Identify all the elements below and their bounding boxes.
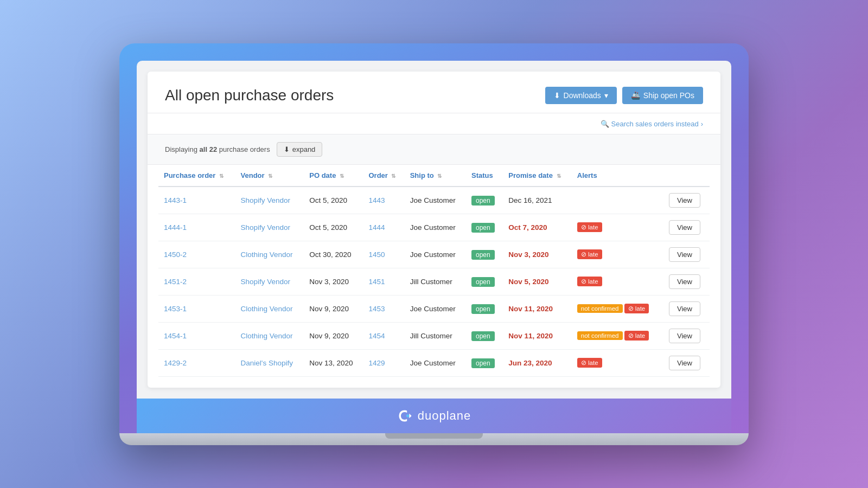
alerts-cell: ⊘ late (572, 349, 663, 376)
promise-date: Nov 11, 2020 (503, 322, 572, 349)
table-row: 1444-1Shopify VendorOct 5, 20201444Joe C… (158, 214, 710, 241)
po-date: Nov 9, 2020 (304, 295, 363, 322)
order-link[interactable]: 1429 (368, 359, 385, 367)
view-button[interactable]: View (669, 247, 700, 262)
vendor-link[interactable]: Clothing Vendor (241, 305, 293, 313)
display-info: Displaying all 22 purchase orders (165, 145, 270, 153)
alerts-cell: not confirmed⊘ late (572, 295, 663, 322)
col-promise-date: Promise date ⇅ (503, 165, 572, 187)
sort-icon: ⇅ (391, 173, 395, 179)
vendor-link[interactable]: Shopify Vendor (241, 223, 291, 232)
purchase-order-link[interactable]: 1444-1 (164, 223, 187, 232)
table-row: 1450-2Clothing VendorOct 30, 20201450Joe… (158, 241, 710, 268)
downloads-button[interactable]: ⬇ Downloads ▾ (545, 87, 617, 104)
view-button[interactable]: View (669, 193, 700, 208)
purchase-order-link[interactable]: 1453-1 (164, 305, 187, 313)
table-row: 1429-2Daniel's ShopifyNov 13, 20201429Jo… (158, 349, 710, 376)
po-date: Oct 5, 2020 (304, 187, 363, 214)
duoplane-logo-icon (397, 408, 412, 423)
status-badge: open (471, 331, 495, 341)
alert-late-badge: ⊘ late (577, 358, 602, 368)
laptop-screen: All open purchase orders ⬇ Downloads ▾ 🚢… (137, 61, 731, 433)
purchase-order-link[interactable]: 1451-2 (164, 278, 187, 286)
table-body: 1443-1Shopify VendorOct 5, 20201443Joe C… (158, 187, 710, 377)
ship-to: Jill Customer (405, 322, 466, 349)
svg-point-0 (406, 414, 410, 418)
view-button[interactable]: View (669, 356, 700, 370)
col-alerts: Alerts (572, 165, 663, 187)
table-row: 1453-1Clothing VendorNov 9, 20201453Joe … (158, 295, 710, 322)
po-date: Oct 5, 2020 (304, 214, 363, 241)
purchase-orders-table: Purchase order ⇅ Vendor ⇅ PO date ⇅ Orde… (158, 165, 710, 377)
order-link[interactable]: 1454 (368, 332, 385, 340)
status-badge: open (471, 250, 495, 260)
promise-date: Dec 16, 2021 (503, 187, 572, 214)
promise-date: Nov 3, 2020 (503, 241, 572, 268)
vendor-link[interactable]: Shopify Vendor (241, 196, 291, 204)
view-button[interactable]: View (669, 329, 700, 343)
search-link-bar: 🔍 Search sales orders instead › (148, 113, 720, 134)
purchase-order-link[interactable]: 1450-2 (164, 251, 187, 259)
sort-icon: ⇅ (268, 173, 272, 179)
alert-late-badge: ⊘ late (624, 331, 649, 341)
ship-to: Joe Customer (405, 349, 466, 376)
app-container: All open purchase orders ⬇ Downloads ▾ 🚢… (148, 72, 720, 388)
view-button[interactable]: View (669, 274, 700, 289)
table-header: Purchase order ⇅ Vendor ⇅ PO date ⇅ Orde… (158, 165, 710, 187)
status-badge: open (471, 304, 495, 314)
display-bar: Displaying all 22 purchase orders ⬇ expa… (148, 134, 720, 165)
vendor-link[interactable]: Clothing Vendor (241, 251, 293, 259)
ship-to: Joe Customer (405, 187, 466, 214)
order-link[interactable]: 1443 (368, 196, 385, 204)
alerts-cell: ⊘ late (572, 241, 663, 268)
status-badge: open (471, 358, 495, 368)
alert-late-badge: ⊘ late (624, 304, 649, 313)
expand-icon: ⬇ (284, 145, 290, 153)
view-button[interactable]: View (669, 301, 700, 316)
table-wrapper: Purchase order ⇅ Vendor ⇅ PO date ⇅ Orde… (148, 165, 720, 388)
col-purchase-order: Purchase order ⇅ (158, 165, 235, 187)
vendor-link[interactable]: Shopify Vendor (241, 278, 291, 286)
po-date: Nov 3, 2020 (304, 268, 363, 295)
purchase-order-link[interactable]: 1429-2 (164, 359, 187, 367)
sort-icon: ⇅ (557, 173, 561, 179)
vendor-link[interactable]: Daniel's Shopify (241, 359, 293, 367)
view-button[interactable]: View (669, 220, 700, 235)
ship-to: Joe Customer (405, 295, 466, 322)
table-row: 1454-1Clothing VendorNov 9, 20201454Jill… (158, 322, 710, 349)
ship-to: Jill Customer (405, 268, 466, 295)
alerts-cell: not confirmed⊘ late (572, 322, 663, 349)
purchase-order-link[interactable]: 1443-1 (164, 196, 187, 204)
status-badge: open (471, 223, 495, 233)
order-link[interactable]: 1453 (368, 305, 385, 313)
po-date: Nov 13, 2020 (304, 349, 363, 376)
alert-late-badge: ⊘ late (577, 277, 602, 286)
table-row: 1443-1Shopify VendorOct 5, 20201443Joe C… (158, 187, 710, 214)
ship-icon: 🚢 (631, 91, 640, 100)
expand-button[interactable]: ⬇ expand (277, 142, 323, 157)
chevron-down-icon: ▾ (604, 91, 608, 100)
col-status: Status (466, 165, 503, 187)
alerts-cell: ⊘ late (572, 214, 663, 241)
download-icon: ⬇ (554, 91, 560, 100)
order-link[interactable]: 1450 (368, 251, 385, 259)
col-action (663, 165, 710, 187)
laptop-frame: All open purchase orders ⬇ Downloads ▾ 🚢… (119, 43, 749, 445)
brand-name: duoplane (418, 409, 471, 423)
col-po-date: PO date ⇅ (304, 165, 363, 187)
alerts-cell: ⊘ late (572, 268, 663, 295)
col-vendor: Vendor ⇅ (235, 165, 304, 187)
table-row: 1451-2Shopify VendorNov 3, 20201451Jill … (158, 268, 710, 295)
purchase-order-link[interactable]: 1454-1 (164, 332, 187, 340)
sort-icon: ⇅ (219, 173, 224, 179)
order-link[interactable]: 1451 (368, 278, 385, 286)
vendor-link[interactable]: Clothing Vendor (241, 332, 293, 340)
alert-late-badge: ⊘ late (577, 249, 602, 259)
ship-to: Joe Customer (405, 241, 466, 268)
search-sales-orders-link[interactable]: 🔍 Search sales orders instead › (601, 120, 704, 128)
page-title: All open purchase orders (165, 87, 334, 104)
status-badge: open (471, 196, 495, 206)
order-link[interactable]: 1444 (368, 223, 385, 232)
promise-date: Jun 23, 2020 (503, 349, 572, 376)
ship-open-pos-button[interactable]: 🚢 Ship open POs (622, 87, 703, 104)
